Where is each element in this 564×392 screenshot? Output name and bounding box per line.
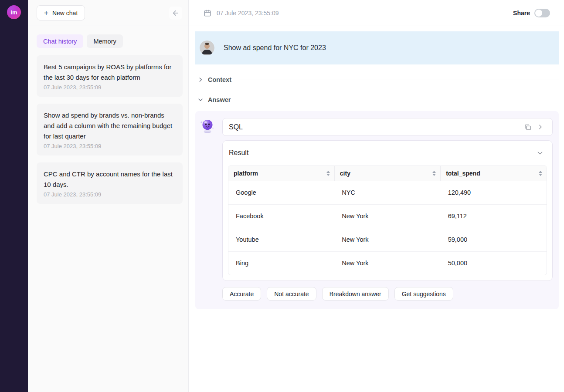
table-row: Google NYC 120,490 — [228, 181, 547, 204]
app-logo[interactable]: im — [7, 5, 21, 19]
chevron-right-icon — [197, 77, 204, 83]
chat-panel-header: + New chat — [28, 0, 188, 26]
answer-actions: Accurate Not accurate Breakdown answer G… — [222, 287, 553, 301]
sort-icon[interactable] — [432, 171, 436, 176]
context-label: Context — [208, 76, 231, 83]
cell-platform: Facebook — [228, 204, 334, 228]
chat-title: Best 5 campaigns by ROAS by platforms fo… — [44, 62, 176, 83]
copy-sql-button[interactable] — [522, 121, 534, 133]
result-table: platform city total_spend — [228, 166, 547, 275]
conversation-scroll[interactable]: Show ad spend for NYC for 2023 Context A… — [189, 26, 564, 392]
result-title: Result — [229, 149, 248, 157]
conversation-area: 07 Jule 2023, 23:55:09 Share Show ad spe… — [189, 0, 564, 392]
panel-tabs: Chat history Memory — [28, 26, 188, 48]
section-divider — [238, 100, 559, 100]
chat-history-panel: + New chat Chat history Memory Best 5 ca… — [28, 0, 189, 392]
cell-city: NYC — [334, 181, 440, 204]
cell-total-spend: 120,490 — [441, 181, 547, 204]
table-header-row: platform city total_spend — [228, 166, 547, 181]
user-avatar — [200, 41, 214, 55]
section-divider — [239, 80, 559, 80]
chat-timestamp: 07 Jule 2023, 23:55:09 — [44, 84, 176, 91]
accurate-button[interactable]: Accurate — [222, 287, 261, 301]
chat-timestamp: 07 Jule 2023, 23:55:09 — [44, 143, 176, 149]
cell-total-spend: 59,000 — [441, 228, 547, 251]
table-row: Youtube New York 59,000 — [228, 228, 547, 251]
cell-city: New York — [334, 228, 440, 251]
get-suggestions-button[interactable]: Get suggestions — [394, 287, 453, 301]
table-row: Facebook New York 69,112 — [228, 204, 547, 228]
tab-chat-history[interactable]: Chat history — [37, 34, 83, 48]
collapse-result-button[interactable] — [534, 147, 546, 159]
conversation-header: 07 Jule 2023, 23:55:09 Share — [189, 0, 564, 26]
conversation-date: 07 Jule 2023, 23:55:09 — [204, 9, 279, 17]
chat-history-item[interactable]: CPC and CTR by account names for the las… — [37, 162, 183, 204]
cell-city: New York — [334, 204, 440, 228]
cell-total-spend: 69,112 — [441, 204, 547, 228]
collapse-panel-button[interactable] — [169, 7, 182, 20]
assistant-avatar-crystal-ball-icon — [200, 118, 215, 134]
not-accurate-button[interactable]: Not accurate — [267, 287, 316, 301]
chat-title: CPC and CTR by account names for the las… — [44, 169, 176, 190]
calendar-icon — [204, 9, 211, 17]
sql-label: SQL — [229, 123, 522, 131]
column-header-platform[interactable]: platform — [228, 166, 334, 181]
chat-title: Show ad spend by brands vs. non-brands a… — [44, 110, 176, 142]
toggle-knob — [535, 10, 542, 17]
cell-platform: Google — [228, 181, 334, 204]
cell-city: New York — [334, 251, 440, 275]
context-section[interactable]: Context — [197, 75, 559, 84]
chevron-down-icon — [537, 149, 544, 156]
share-control: Share — [513, 9, 550, 17]
conversation-timestamp: 07 Jule 2023, 23:55:09 — [217, 10, 279, 17]
chat-history-list: Best 5 campaigns by ROAS by platforms fo… — [28, 48, 188, 204]
column-header-city[interactable]: city — [334, 166, 440, 181]
share-label: Share — [513, 10, 530, 17]
table-row: Bing New York 50,000 — [228, 251, 547, 275]
plus-icon: + — [44, 9, 48, 17]
new-chat-label: New chat — [52, 10, 78, 17]
tab-memory[interactable]: Memory — [87, 34, 122, 48]
cell-platform: Bing — [228, 251, 334, 275]
chevron-right-icon — [537, 124, 544, 130]
breakdown-answer-button[interactable]: Breakdown answer — [322, 287, 389, 301]
cell-platform: Youtube — [228, 228, 334, 251]
expand-sql-button[interactable] — [534, 121, 546, 133]
sort-icon[interactable] — [326, 171, 330, 176]
chevron-down-icon — [197, 97, 204, 103]
answer-label: Answer — [208, 96, 231, 103]
user-message: Show ad spend for NYC for 2023 — [195, 31, 559, 64]
sql-query-bar[interactable]: SQL — [222, 118, 553, 136]
chat-history-item[interactable]: Best 5 campaigns by ROAS by platforms fo… — [37, 55, 183, 97]
arrow-left-icon — [172, 9, 180, 17]
new-chat-button[interactable]: + New chat — [37, 5, 85, 20]
column-header-total-spend[interactable]: total_spend — [441, 166, 547, 181]
copy-icon — [524, 124, 531, 131]
cell-total-spend: 50,000 — [441, 251, 547, 275]
answer-section[interactable]: Answer — [197, 95, 559, 105]
brand-rail: im — [0, 0, 28, 392]
result-panel: Result platform — [222, 140, 553, 281]
share-toggle[interactable] — [534, 9, 550, 17]
sort-icon[interactable] — [539, 171, 542, 176]
chat-timestamp: 07 Jule 2023, 23:55:09 — [44, 191, 176, 198]
answer-block: SQL Result — [195, 111, 559, 309]
chat-history-item[interactable]: Show ad spend by brands vs. non-brands a… — [37, 104, 183, 155]
user-message-text: Show ad spend for NYC for 2023 — [224, 44, 326, 52]
